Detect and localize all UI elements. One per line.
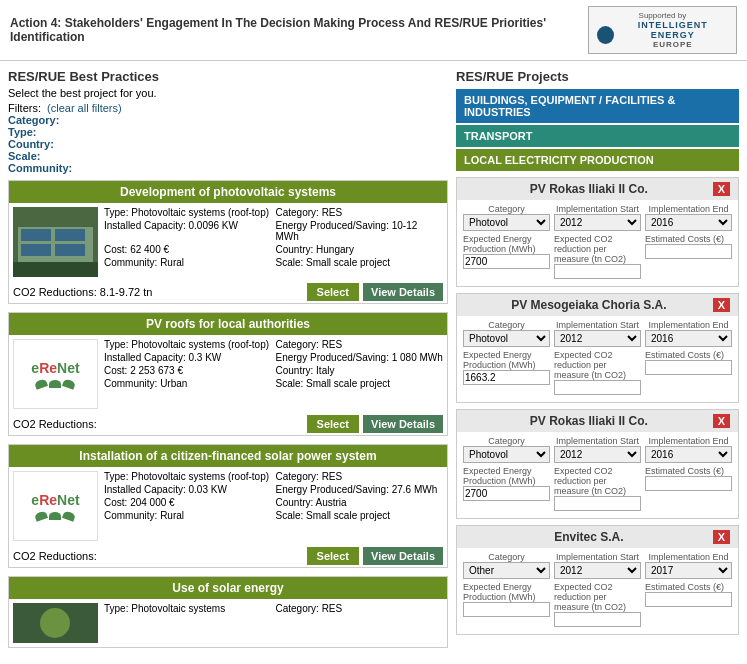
logo-icon bbox=[597, 26, 614, 44]
logo-area: Supported by INTELLIGENT ENERGY EUROPE bbox=[588, 6, 737, 54]
left-panel-subtitle: Select the best project for you. bbox=[8, 87, 448, 99]
view-details-button-2[interactable]: View Details bbox=[363, 547, 443, 565]
impl-start-select-1[interactable]: 2012 bbox=[554, 330, 641, 347]
erenet-logo-1: eReNet bbox=[31, 360, 79, 388]
impl-end-select-1[interactable]: 2016 bbox=[645, 330, 732, 347]
view-details-button-0[interactable]: View Details bbox=[363, 283, 443, 301]
impl-start-select-3[interactable]: 2012 bbox=[554, 562, 641, 579]
cat-label-0: Category bbox=[463, 204, 550, 214]
energy-input-1[interactable] bbox=[463, 370, 550, 385]
practice-card-header-2: Installation of a citizen-financed solar… bbox=[9, 445, 447, 467]
practice-details-2: Type: Photovoltaic systems (roof-top) Ca… bbox=[104, 471, 443, 541]
project-close-3[interactable]: X bbox=[713, 530, 730, 544]
impl-start-label-0: Implementation Start bbox=[554, 204, 641, 214]
svg-rect-6 bbox=[13, 262, 98, 277]
category-select-3[interactable]: Other bbox=[463, 562, 550, 579]
page-header: Action 4: Stakeholders' Engagement In Th… bbox=[0, 0, 747, 61]
project-card-3: Envitec S.A. X Category Other Implementa… bbox=[456, 525, 739, 635]
category-select-2[interactable]: Photovol bbox=[463, 446, 550, 463]
filters-label: Filters: bbox=[8, 102, 41, 114]
logo-brand: INTELLIGENT ENERGY EUROPE bbox=[597, 20, 728, 49]
filter-scale[interactable]: Scale: bbox=[8, 150, 448, 162]
right-panel: RES/RUE Projects BUILDINGS, EQUIPMENT / … bbox=[456, 69, 739, 656]
energy-label-0: Expected Energy Production (MWh) bbox=[463, 234, 550, 254]
practice-img-3 bbox=[13, 603, 98, 643]
cost-label-0: Estimated Costs (€) bbox=[645, 234, 732, 244]
impl-end-label-1: Implementation End bbox=[645, 320, 732, 330]
impl-start-label-1: Implementation Start bbox=[554, 320, 641, 330]
filters-area: Filters: (clear all filters) Category: T… bbox=[8, 102, 448, 174]
filter-country[interactable]: Country: bbox=[8, 138, 448, 150]
co2-label-1: Expected CO2 reduction per measure (tn C… bbox=[554, 350, 641, 380]
impl-end-label-0: Implementation End bbox=[645, 204, 732, 214]
category-select-0[interactable]: Photovol bbox=[463, 214, 550, 231]
practice-card-body-0: Type: Photovoltaic systems (roof-top) Ca… bbox=[9, 203, 447, 281]
erenet-logo-2: eReNet bbox=[31, 492, 79, 520]
left-panel-title: RES/RUE Best Practices bbox=[8, 69, 448, 84]
impl-end-select-0[interactable]: 2016 bbox=[645, 214, 732, 231]
practice-img-1: eReNet bbox=[13, 339, 98, 409]
impl-end-select-2[interactable]: 2016 bbox=[645, 446, 732, 463]
svg-rect-3 bbox=[55, 229, 85, 241]
energy-input-3[interactable] bbox=[463, 602, 550, 617]
main-content: RES/RUE Best Practices Select the best p… bbox=[0, 61, 747, 664]
practice-img-2: eReNet bbox=[13, 471, 98, 541]
select-button-2[interactable]: Select bbox=[307, 547, 359, 565]
practice-img-0 bbox=[13, 207, 98, 277]
cost-input-1[interactable] bbox=[645, 360, 732, 375]
select-button-0[interactable]: Select bbox=[307, 283, 359, 301]
project-card-1: PV Mesogeiaka Choria S.A. X Category Pho… bbox=[456, 293, 739, 403]
project-title-1: PV Mesogeiaka Choria S.A. bbox=[465, 298, 713, 312]
project-close-0[interactable]: X bbox=[713, 182, 730, 196]
practice-card-header-0: Development of photovoltaic systems bbox=[9, 181, 447, 203]
practice-card-header-1: PV roofs for local authorities bbox=[9, 313, 447, 335]
practice-details-0: Type: Photovoltaic systems (roof-top) Ca… bbox=[104, 207, 443, 277]
project-card-2: PV Rokas Iliaki II Co. X Category Photov… bbox=[456, 409, 739, 519]
filter-type[interactable]: Type: bbox=[8, 126, 448, 138]
impl-start-select-0[interactable]: 2012 bbox=[554, 214, 641, 231]
practice-card-2: Installation of a citizen-financed solar… bbox=[8, 444, 448, 568]
practice-card-header-3: Use of solar energy bbox=[9, 577, 447, 599]
right-panel-title: RES/RUE Projects bbox=[456, 69, 739, 84]
cost-input-2[interactable] bbox=[645, 476, 732, 491]
energy-input-2[interactable] bbox=[463, 486, 550, 501]
filter-category[interactable]: Category: bbox=[8, 114, 448, 126]
project-close-2[interactable]: X bbox=[713, 414, 730, 428]
cost-label-1: Estimated Costs (€) bbox=[645, 350, 732, 360]
logo-supported: Supported by bbox=[597, 11, 728, 20]
co2-input-0[interactable] bbox=[554, 264, 641, 279]
svg-rect-5 bbox=[55, 244, 85, 256]
co2-label-0: Expected CO2 reduction per measure (tn C… bbox=[554, 234, 641, 264]
view-details-button-1[interactable]: View Details bbox=[363, 415, 443, 433]
category-bar-1[interactable]: TRANSPORT bbox=[456, 125, 739, 147]
co2-input-2[interactable] bbox=[554, 496, 641, 511]
practice-footer-0: CO2 Reductions: 8.1-9.72 tn Select View … bbox=[9, 281, 447, 303]
energy-input-0[interactable] bbox=[463, 254, 550, 269]
cost-input-0[interactable] bbox=[645, 244, 732, 259]
category-bar-0[interactable]: BUILDINGS, EQUIPMENT / FACILITIES & INDU… bbox=[456, 89, 739, 123]
category-select-1[interactable]: Photovol bbox=[463, 330, 550, 347]
impl-start-select-2[interactable]: 2012 bbox=[554, 446, 641, 463]
svg-point-8 bbox=[40, 608, 70, 638]
practice-details-1: Type: Photovoltaic systems (roof-top) Ca… bbox=[104, 339, 443, 409]
svg-rect-4 bbox=[21, 244, 51, 256]
page-title: Action 4: Stakeholders' Engagement In Th… bbox=[10, 16, 588, 44]
co2-input-1[interactable] bbox=[554, 380, 641, 395]
practice-card-0: Development of photovoltaic systems bbox=[8, 180, 448, 304]
cat-label-1: Category bbox=[463, 320, 550, 330]
category-bar-2[interactable]: LOCAL ELECTRICITY PRODUCTION bbox=[456, 149, 739, 171]
practice-details-3: Type: Photovoltaic systems Category: RES bbox=[104, 603, 443, 643]
select-button-1[interactable]: Select bbox=[307, 415, 359, 433]
cost-input-3[interactable] bbox=[645, 592, 732, 607]
project-title-3: Envitec S.A. bbox=[465, 530, 713, 544]
left-panel: RES/RUE Best Practices Select the best p… bbox=[8, 69, 448, 656]
co2-input-3[interactable] bbox=[554, 612, 641, 627]
project-title-2: PV Rokas Iliaki II Co. bbox=[465, 414, 713, 428]
project-title-0: PV Rokas Iliaki II Co. bbox=[465, 182, 713, 196]
project-close-1[interactable]: X bbox=[713, 298, 730, 312]
svg-rect-2 bbox=[21, 229, 51, 241]
practice-card-3: Use of solar energy Type: Photovoltaic s… bbox=[8, 576, 448, 648]
filter-community[interactable]: Community: bbox=[8, 162, 448, 174]
impl-end-select-3[interactable]: 2017 bbox=[645, 562, 732, 579]
clear-filters-link[interactable]: (clear all filters) bbox=[47, 102, 122, 114]
